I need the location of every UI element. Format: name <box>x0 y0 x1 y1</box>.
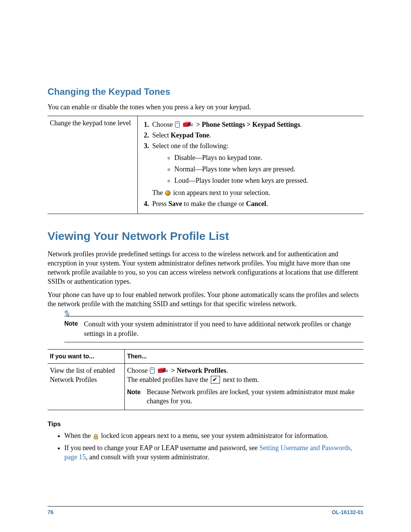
note-label: Note <box>64 320 78 328</box>
option-disable: Disable—Plays no keypad tone. <box>174 153 361 162</box>
svg-rect-3 <box>190 124 193 125</box>
intro-text: You can enable or disable the tones when… <box>48 102 363 112</box>
inner-note: Note Because Network profiles are locked… <box>127 387 361 406</box>
selection-dot-icon <box>165 190 170 196</box>
r2-a: The enabled profiles have the <box>127 376 210 383</box>
tip1-a: When the <box>64 432 92 439</box>
r2-b: next to them. <box>223 376 259 383</box>
svg-rect-9 <box>165 371 168 372</box>
heading-keypad-tones: Changing the Keypad Tones <box>48 86 363 98</box>
tip2-a: If you need to change your EAP or LEAP u… <box>64 444 260 452</box>
menu-icon <box>150 367 155 374</box>
step2-text-a: Select <box>152 131 170 139</box>
step4-a: Press <box>152 200 169 208</box>
tips-list: When the locked icon appears next to a m… <box>48 431 363 462</box>
step-1: Choose > P <box>151 120 361 129</box>
note-text: Consult with your system administrator i… <box>84 320 363 338</box>
step4-e: . <box>266 200 268 208</box>
wantto-line1: Choose > Network Profiles. <box>127 366 361 375</box>
tips-heading: Tips <box>48 420 363 429</box>
col-then: Then... <box>125 349 364 363</box>
step-4: Press Save to make the change or Cancel. <box>151 199 361 208</box>
svg-marker-0 <box>183 123 188 127</box>
r1-a: Choose <box>127 367 150 374</box>
step2-text-c: . <box>209 131 211 139</box>
step1-text-c: . <box>300 121 302 128</box>
step3-text: Select one of the following: <box>152 142 228 150</box>
wantto-right: Choose > Network Profiles. <box>125 363 364 410</box>
checkmark-icon <box>211 376 220 383</box>
heading-network-profile: Viewing Your Network Profile List <box>48 228 363 244</box>
settings-icon <box>182 121 194 128</box>
svg-rect-4 <box>190 125 193 126</box>
keypad-procedure-table: Change the keypad tone level Choose <box>48 116 363 214</box>
options-list: Disable—Plays no keypad tone. Normal—Pla… <box>152 153 361 185</box>
step-3: Select one of the following: Disable—Pla… <box>151 141 361 197</box>
network-p2: Your phone can have up to four enabled n… <box>48 290 363 309</box>
svg-marker-5 <box>158 369 162 373</box>
document-page: Changing the Keypad Tones You can enable… <box>0 0 411 532</box>
r1-c: . <box>226 367 228 374</box>
page-footer: 76 OL-16132-01 <box>48 506 363 516</box>
option-normal: Normal—Plays tone when keys are pressed. <box>174 165 361 174</box>
step4-c: to make the change or <box>182 200 246 208</box>
option-loud: Loud—Plays louder tone when keys are pre… <box>174 176 361 185</box>
procedure-left: Change the keypad tone level <box>48 116 138 214</box>
procedure-steps-cell: Choose > P <box>138 116 364 214</box>
svg-rect-8 <box>165 370 168 371</box>
tip-2: If you need to change your EAP or LEAP u… <box>64 443 363 462</box>
settings-icon <box>157 367 169 374</box>
doc-id: OL-16132-01 <box>332 509 363 516</box>
page-number: 76 <box>48 509 54 516</box>
tip2-b: , and consult with your system administr… <box>86 453 209 461</box>
step1-text-a: Choose <box>152 121 175 128</box>
col-if-you-want: If you want to... <box>48 349 125 363</box>
step3-tail-a: The <box>152 189 164 197</box>
step4-cancel: Cancel <box>246 200 266 208</box>
r1-bold: > Network Profiles <box>171 367 226 374</box>
network-p1: Network profiles provide predefined sett… <box>48 249 363 286</box>
steps-list: Choose > P <box>140 120 361 208</box>
menu-icon <box>175 121 180 128</box>
wantto-line2: The enabled profiles have the next to th… <box>127 375 361 384</box>
tip-1: When the locked icon appears next to a m… <box>64 431 363 442</box>
svg-rect-10 <box>94 436 98 439</box>
step2-bold: Keypad Tone <box>170 131 209 139</box>
lock-icon <box>93 433 99 442</box>
inner-note-text: Because Network profiles are locked, you… <box>147 387 361 406</box>
step3-tail: The icon appears next to your selection. <box>152 188 361 197</box>
tip1-b: locked icon appears next to a menu, see … <box>101 432 328 439</box>
step3-tail-b: icon appears next to your selection. <box>173 189 270 197</box>
step1-bold: > Phone Settings > Keypad Settings <box>196 121 300 128</box>
wantto-left: View the list of enabled Network Profile… <box>48 363 125 410</box>
note-block: ✎ Note Consult with your system administ… <box>64 316 363 342</box>
want-to-table: If you want to... Then... View the list … <box>48 349 363 410</box>
inner-note-label: Note <box>127 387 141 406</box>
step4-save: Save <box>169 200 182 208</box>
step-2: Select Keypad Tone. <box>151 131 361 140</box>
